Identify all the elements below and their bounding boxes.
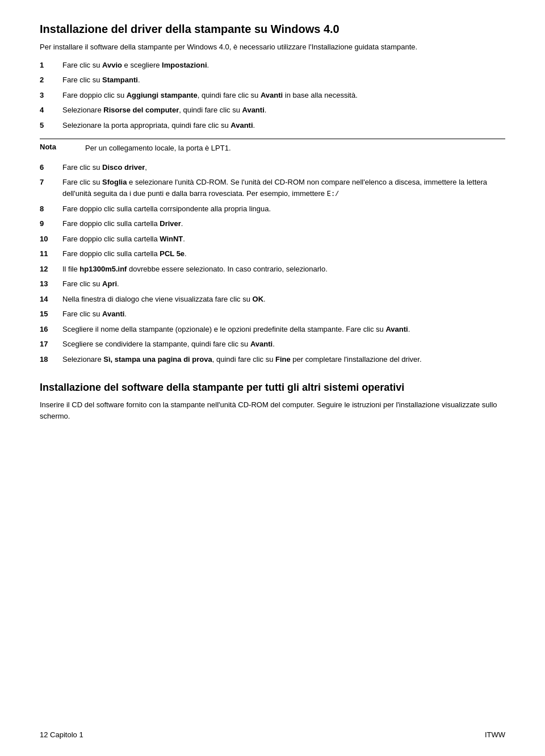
step-content: Scegliere se condividere la stampante, q… xyxy=(62,339,505,350)
main-title: Installazione del driver della stampante… xyxy=(40,23,505,36)
step-content: Selezionare Sì, stampa una pagina di pro… xyxy=(62,354,505,365)
step-content: Fare doppio clic sulla cartella corrsipo… xyxy=(62,203,505,215)
step-content: Fare clic su Sfoglia e selezionare l'uni… xyxy=(62,177,505,199)
step-number: 13 xyxy=(40,278,62,290)
list-item: 16 Scegliere il nome della stampante (op… xyxy=(40,324,505,335)
step-content: Selezionare Risorse del computer, quindi… xyxy=(62,105,505,116)
nota-text: Per un collegamento locale, la porta è L… xyxy=(85,143,505,154)
list-item: 5 Selezionare la porta appropriata, quin… xyxy=(40,120,505,131)
step-number: 14 xyxy=(40,294,62,305)
list-item: 15 Fare clic su Avanti. xyxy=(40,308,505,320)
list-item: 8 Fare doppio clic sulla cartella corrsi… xyxy=(40,203,505,215)
step-content: Fare doppio clic sulla cartella WinNT. xyxy=(62,233,505,245)
list-item: 18 Selezionare Sì, stampa una pagina di … xyxy=(40,354,505,365)
step-number: 3 xyxy=(40,90,62,101)
step-content: Fare doppio clic sulla cartella PCL 5e. xyxy=(62,248,505,260)
list-item: 2 Fare clic su Stampanti. xyxy=(40,74,505,86)
step-content: Fare doppio clic su Aggiungi stampante, … xyxy=(62,90,505,101)
step-number: 11 xyxy=(40,248,62,260)
step-content: Fare clic su Apri. xyxy=(62,278,505,290)
list-item: 10 Fare doppio clic sulla cartella WinNT… xyxy=(40,233,505,245)
step-number: 2 xyxy=(40,74,62,86)
footer-left: 12 Capitolo 1 xyxy=(40,730,83,739)
section2-title: Installazione del software della stampan… xyxy=(40,382,505,394)
step-number: 7 xyxy=(40,177,62,199)
step-content: Scegliere il nome della stampante (opzio… xyxy=(62,324,505,335)
step-content: Selezionare la porta appropriata, quindi… xyxy=(62,120,505,131)
step-content: Nella finestra di dialogo che viene visu… xyxy=(62,294,505,305)
step-number: 12 xyxy=(40,264,62,275)
steps-list-2: 6 Fare clic su Disco driver, 7 Fare clic… xyxy=(40,162,505,365)
footer: 12 Capitolo 1 ITWW xyxy=(40,730,505,739)
list-item: 14 Nella finestra di dialogo che viene v… xyxy=(40,294,505,305)
list-item: 9 Fare doppio clic sulla cartella Driver… xyxy=(40,218,505,229)
step-number: 5 xyxy=(40,120,62,131)
step-content: Fare clic su Disco driver, xyxy=(62,162,505,173)
step-number: 9 xyxy=(40,218,62,229)
step-content: Fare clic su Stampanti. xyxy=(62,74,505,86)
step-number: 6 xyxy=(40,162,62,173)
list-item: 17 Scegliere se condividere la stampante… xyxy=(40,339,505,350)
step-content: Fare doppio clic sulla cartella Driver. xyxy=(62,218,505,229)
list-item: 4 Selezionare Risorse del computer, quin… xyxy=(40,105,505,116)
list-item: 3 Fare doppio clic su Aggiungi stampante… xyxy=(40,90,505,101)
page: Installazione del driver della stampante… xyxy=(0,0,545,756)
list-item: 12 Il file hp1300m5.inf dovrebbe essere … xyxy=(40,264,505,275)
list-item: 11 Fare doppio clic sulla cartella PCL 5… xyxy=(40,248,505,260)
step-number: 1 xyxy=(40,60,62,71)
step-number: 8 xyxy=(40,203,62,215)
step-number: 18 xyxy=(40,354,62,365)
list-item: 1 Fare clic su Avvio e scegliere Imposta… xyxy=(40,60,505,71)
step-number: 17 xyxy=(40,339,62,350)
step-number: 15 xyxy=(40,308,62,320)
step-content: Il file hp1300m5.inf dovrebbe essere sel… xyxy=(62,264,505,275)
step-number: 10 xyxy=(40,233,62,245)
list-item: 13 Fare clic su Apri. xyxy=(40,278,505,290)
step-content: Fare clic su Avanti. xyxy=(62,308,505,320)
footer-right: ITWW xyxy=(485,730,505,739)
steps-list-1: 1 Fare clic su Avvio e scegliere Imposta… xyxy=(40,60,505,131)
list-item: 7 Fare clic su Sfoglia e selezionare l'u… xyxy=(40,177,505,199)
section2-text: Inserire il CD del software fornito con … xyxy=(40,399,505,421)
nota-label: Nota xyxy=(40,143,85,154)
intro-paragraph: Per installare il software della stampan… xyxy=(40,41,505,53)
nota-section: Nota Per un collegamento locale, la port… xyxy=(40,139,505,154)
step-number: 16 xyxy=(40,324,62,335)
list-item: 6 Fare clic su Disco driver, xyxy=(40,162,505,173)
step-number: 4 xyxy=(40,105,62,116)
step-content: Fare clic su Avvio e scegliere Impostazi… xyxy=(62,60,505,71)
